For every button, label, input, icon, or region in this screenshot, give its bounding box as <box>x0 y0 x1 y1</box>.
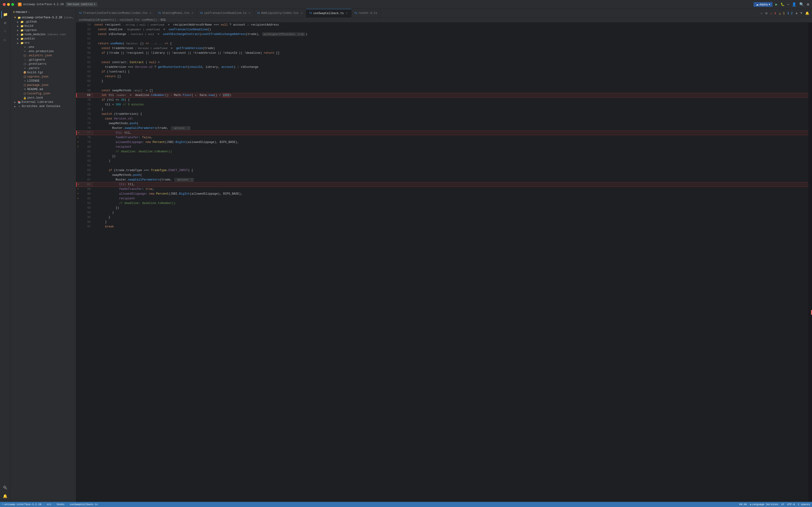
more-icon[interactable]: ⋯ <box>787 3 789 6</box>
gutter-line-95: 95 <box>76 215 93 220</box>
tab-label: router.d.ts <box>359 11 377 15</box>
code-line-68: const swapMethods :any[] = [] <box>93 88 808 93</box>
activity-search-icon[interactable]: ⊞ <box>1 19 9 27</box>
sidebar-item-package-json[interactable]: {} package.json <box>10 83 76 87</box>
status-encoding[interactable]: UTF-8 <box>787 503 795 506</box>
breadcrumb-separator: › <box>158 18 159 21</box>
sidebar-item-yarn-lock[interactable]: 🔒 yarn.lock <box>10 96 76 100</box>
sidebar-item-build[interactable]: ▶ 📁 build <box>10 24 76 28</box>
tab-deadline[interactable]: TS useTransactionDeadline.ts × <box>197 9 254 17</box>
notifications-icon[interactable]: 🔔 <box>804 11 810 16</box>
gutter-line-93: 93 <box>76 206 93 210</box>
run-icon[interactable]: ▶ <box>775 2 778 7</box>
search-icon[interactable]: 🔍 <box>799 2 804 7</box>
chevron-up-icon[interactable]: ▲ <box>795 11 798 15</box>
gutter-line-89: ⚡ 89 <box>76 187 93 191</box>
expand-icon: ▶ <box>13 105 17 108</box>
breadcrumb-part-1[interactable]: useSwapCallArguments() <box>79 18 116 21</box>
tab-more-icon[interactable]: ⋯ <box>760 11 763 16</box>
tab-swapcallback[interactable]: TS useSwapCallback.ts × <box>306 9 352 17</box>
status-position[interactable]: 69:66 <box>739 503 747 506</box>
sidebar-item-scratches[interactable]: ▶ ✎ Scratches and Consoles <box>10 104 76 108</box>
gutter-line-80: ⚡ 80 <box>76 145 93 149</box>
tab-close-icon[interactable]: × <box>300 11 303 15</box>
activity-run-icon[interactable]: ▷ <box>1 36 9 44</box>
line-number-76: 76 <box>80 126 93 130</box>
ts-icon: TS <box>79 12 82 14</box>
status-folder[interactable]: hooks <box>57 503 64 506</box>
tab-close-icon[interactable]: × <box>248 11 251 15</box>
status-file[interactable]: useSwapCallback.ts <box>70 503 98 506</box>
chevron-down-icon[interactable]: ▼ <box>800 11 803 15</box>
editor-area: TS TransactionConfirmationModal/index.ts… <box>76 9 812 502</box>
code-line-77: ttl: ttl, <box>93 130 808 135</box>
code-editor[interactable]: const recipient : string | null | undefi… <box>93 22 808 502</box>
gutter-line-75: 75 <box>76 121 93 126</box>
status-indent[interactable]: 2 spaces <box>798 503 810 506</box>
line-number-63: 63 <box>80 65 93 69</box>
sidebar-item-cypress[interactable]: ▶ 📁 cypress <box>10 28 76 33</box>
status-filename: useSwapCallback.ts <box>70 503 98 506</box>
sidebar-item-license[interactable]: ≡ LICENSE <box>10 79 76 83</box>
sidebar-item-build-tgz[interactable]: 📦 build.tgz <box>10 70 76 75</box>
tab-close-icon[interactable]: × <box>149 11 152 15</box>
tree-root-folder[interactable]: ▼ 📁 uniswap-interface-3.2.20 [interface-… <box>10 15 76 20</box>
sidebar-item-yarnrc[interactable]: ≡ .yarnrc <box>10 66 76 70</box>
line-number-93: 93 <box>80 206 93 210</box>
sidebar-item-env[interactable]: ≡ .env <box>10 45 76 49</box>
gutter-line-61: 61 <box>76 55 93 60</box>
deploy-button[interactable]: ☁ deploy ▾ <box>754 2 772 7</box>
tab-addliquidity[interactable]: TS AddLiquidity/index.tsx × <box>254 9 306 17</box>
sidebar-item-src[interactable]: ▶ 📁 src <box>10 41 76 45</box>
gutter-line-81: 81 <box>76 149 93 154</box>
sidebar-item-github[interactable]: ▶ 📁 .github <box>10 20 76 24</box>
breadcrumb-part-3[interactable]: ttl <box>160 18 166 21</box>
file-icon: {} <box>23 63 27 65</box>
tab-staking[interactable]: TS StakingModal.tsx × <box>155 9 197 17</box>
tab-router[interactable]: TS router.d.ts <box>352 9 380 17</box>
activity-plugins-icon[interactable]: 🔌 <box>1 484 9 492</box>
sidebar-item-node-modules[interactable]: ▶ 📁 node_modules library root <box>10 33 76 37</box>
folder-icon: ✎ <box>17 105 21 108</box>
gutter-line-62: 62 <box>76 60 93 65</box>
activity-notifications-icon[interactable]: 🔔 <box>1 493 9 500</box>
sidebar-item-public[interactable]: ▶ 📁 public <box>10 37 76 41</box>
tab-transaction[interactable]: TS TransactionConfirmationModal/index.ts… <box>76 9 155 17</box>
code-line-55: const deadline : BigNumber | undefined =… <box>93 27 808 32</box>
tsconfig-label: tsconfig.json <box>27 92 74 95</box>
tab-close-icon[interactable]: × <box>345 12 348 15</box>
code-line-83: ) <box>93 159 808 163</box>
tab-close-icon[interactable]: × <box>191 11 194 15</box>
activity-vcs-icon[interactable]: ⑃ <box>1 28 9 35</box>
sidebar-item-eslintrc[interactable]: {} .eslintrc.json <box>10 54 76 58</box>
file-tree: ▼ 📁 uniswap-interface-3.2.20 [interface-… <box>10 15 76 502</box>
sidebar-item-tsconfig[interactable]: {} tsconfig.json <box>10 92 76 96</box>
status-project[interactable]: ⑃ uniswap-interface-3.2.20 <box>2 503 41 506</box>
titlebar: U uniswap-interface-3.2.20 Version contr… <box>0 0 812 9</box>
gutter-line-70: 70 <box>76 98 93 102</box>
breadcrumb-part-2[interactable]: callback for useMemo() <box>120 18 157 21</box>
profile-icon[interactable]: 👤 <box>792 2 797 7</box>
close-button[interactable] <box>3 3 6 6</box>
tab-expand-icon[interactable]: ⊞ <box>764 11 768 16</box>
activity-project-icon[interactable]: 📁 <box>1 11 9 18</box>
sidebar-item-prettierrc[interactable]: {} .prettierrc <box>10 62 76 66</box>
line-number-64: 64 <box>80 69 93 74</box>
status-language-services[interactable]: ⚙ Language Services <box>750 503 778 506</box>
status-branch[interactable]: src <box>47 503 51 506</box>
gutter-line-97: 97 <box>76 224 93 229</box>
settings-icon[interactable]: ⚙ <box>807 2 809 7</box>
maximize-button[interactable] <box>11 3 14 6</box>
status-line-ending[interactable]: LF <box>781 503 784 506</box>
debug-icon[interactable]: 🐛 <box>780 2 784 6</box>
sidebar-item-gitignore[interactable]: ○ .gitignore <box>10 58 76 62</box>
expand-icon: ▶ <box>16 37 20 40</box>
sidebar-item-readme[interactable]: M README.md <box>10 87 76 92</box>
sidebar-item-cypress-json[interactable]: {} cypress.json <box>10 75 76 79</box>
version-control-button[interactable]: Version control ▾ <box>65 2 97 7</box>
cypress-label: cypress <box>24 29 74 32</box>
sidebar-item-env-production[interactable]: ≡ .env.production <box>10 49 76 54</box>
minimize-button[interactable] <box>7 3 10 6</box>
line-number-57: 57 <box>80 37 93 41</box>
sidebar-item-external-libraries[interactable]: ▶ 📚 External Libraries <box>10 100 76 104</box>
